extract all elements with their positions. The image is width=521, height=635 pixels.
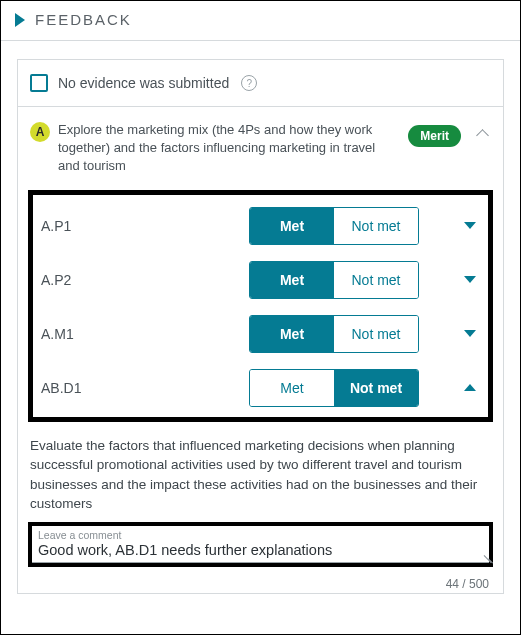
- comment-counter: 44 / 500: [30, 571, 491, 593]
- merit-badge: Merit: [408, 125, 461, 147]
- criterion-row: AB.D1MetNot met: [39, 361, 482, 415]
- no-evidence-label: No evidence was submitted: [58, 75, 229, 91]
- criterion-code: A.M1: [39, 326, 249, 342]
- caret-down-icon: [464, 330, 476, 337]
- no-evidence-row: No evidence was submitted ?: [17, 59, 504, 107]
- met-toggle[interactable]: MetNot met: [249, 261, 419, 299]
- criterion-row: A.P1MetNot met: [39, 199, 482, 253]
- not-met-option[interactable]: Not met: [334, 370, 418, 406]
- criteria-rows-highlight: A.P1MetNot metA.P2MetNot metA.M1MetNot m…: [28, 190, 493, 422]
- feedback-title: FEEDBACK: [35, 11, 132, 28]
- criterion-code: A.P1: [39, 218, 249, 234]
- criterion-code: AB.D1: [39, 380, 249, 396]
- met-toggle[interactable]: MetNot met: [249, 315, 419, 353]
- met-toggle[interactable]: MetNot met: [249, 207, 419, 245]
- not-met-option[interactable]: Not met: [334, 208, 418, 244]
- not-met-option[interactable]: Not met: [334, 262, 418, 298]
- comment-placeholder: Leave a comment: [38, 529, 483, 541]
- comment-input[interactable]: Leave a comment Good work, AB.D1 needs f…: [32, 526, 489, 563]
- met-option[interactable]: Met: [250, 208, 334, 244]
- expand-row-button[interactable]: [419, 330, 482, 337]
- met-option[interactable]: Met: [250, 370, 334, 406]
- no-evidence-checkbox[interactable]: [30, 74, 48, 92]
- help-icon[interactable]: ?: [241, 75, 257, 91]
- expand-row-button[interactable]: [419, 276, 482, 283]
- met-toggle[interactable]: MetNot met: [249, 369, 419, 407]
- caret-up-icon: [464, 384, 476, 391]
- caret-down-icon: [464, 276, 476, 283]
- criterion-code: A.P2: [39, 272, 249, 288]
- expand-row-button[interactable]: [419, 384, 482, 391]
- criterion-row: A.M1MetNot met: [39, 307, 482, 361]
- criterion-letter-badge: A: [30, 122, 50, 142]
- criterion-header[interactable]: A Explore the marketing mix (the 4Ps and…: [30, 121, 491, 176]
- caret-down-icon: [464, 222, 476, 229]
- criterion-block: A Explore the marketing mix (the 4Ps and…: [17, 107, 504, 594]
- criterion-description: Evaluate the factors that influenced mar…: [30, 432, 491, 522]
- feedback-content: No evidence was submitted ? A Explore th…: [1, 41, 520, 598]
- met-option[interactable]: Met: [250, 262, 334, 298]
- not-met-option[interactable]: Not met: [334, 316, 418, 352]
- met-option[interactable]: Met: [250, 316, 334, 352]
- comment-highlight: Leave a comment Good work, AB.D1 needs f…: [28, 522, 493, 567]
- criterion-row: A.P2MetNot met: [39, 253, 482, 307]
- criterion-text: Explore the marketing mix (the 4Ps and h…: [58, 121, 400, 176]
- expand-row-button[interactable]: [419, 222, 482, 229]
- feedback-header[interactable]: FEEDBACK: [1, 1, 520, 41]
- expand-toggle-icon: [15, 13, 25, 27]
- comment-value: Good work, AB.D1 needs further explanati…: [38, 541, 483, 558]
- resize-handle-icon[interactable]: [481, 554, 491, 564]
- chevron-up-icon: [475, 125, 491, 141]
